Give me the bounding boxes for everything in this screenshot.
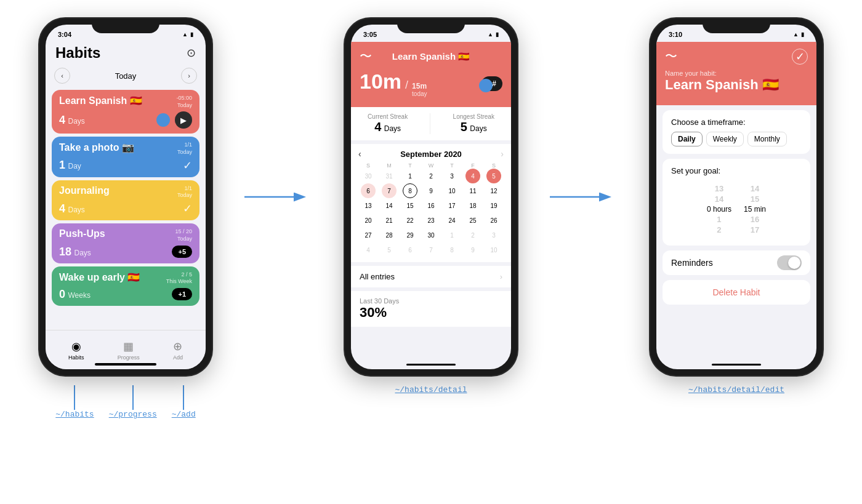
habit-card-top-4: Push-Ups 15 / 20 Today (59, 228, 192, 242)
cal-day[interactable]: 12 (486, 183, 501, 198)
detail-time-row: 10m / 15m today (360, 70, 427, 97)
tab-progress-label: Progress (118, 354, 140, 361)
cal-day-highlight[interactable]: 5 (486, 169, 501, 183)
timeframe-daily[interactable]: Daily (671, 132, 703, 146)
timeframe-monthly[interactable]: Monthly (747, 132, 787, 146)
picker-min-value[interactable]: 15 min (744, 205, 766, 214)
wifi-icon-2: ▲ (488, 31, 493, 38)
cal-prev-icon[interactable]: ‹ (358, 149, 361, 159)
timeframe-weekly[interactable]: Weekly (706, 132, 744, 146)
route-col-add: ~/add (172, 385, 196, 419)
cal-day[interactable]: 9 (424, 183, 438, 198)
habit-card-journaling[interactable]: Journaling 1/1 Today 4 Days ✓ (52, 180, 199, 220)
notch-2 (397, 18, 465, 33)
cal-day-highlight[interactable]: 4 (465, 169, 480, 183)
streak-current-value: 4 (374, 120, 381, 134)
notch-3 (703, 18, 770, 33)
route-col-habits: ~/habits (55, 385, 94, 419)
delete-habit-btn[interactable]: Delete Habit (663, 280, 810, 305)
tab-add-label: Add (173, 354, 183, 361)
reminders-toggle[interactable] (777, 255, 802, 270)
habit-check-3[interactable]: ✓ (183, 202, 192, 215)
cal-week-6: 4 5 6 7 8 9 10 (358, 242, 504, 257)
picker-hours-value[interactable]: 0 hours (707, 205, 731, 214)
phone-1: 3:04 ▲ ▮ Habits ⊙ ‹ Today › (39, 18, 212, 375)
cal-day[interactable]: 10 (445, 183, 459, 198)
last30-section: Last 30 Days 30% (351, 291, 511, 327)
edit-back-icon[interactable]: 〜 (665, 48, 677, 65)
detail-title: Learn Spanish 🇪🇸 (372, 51, 490, 62)
cal-day[interactable]: 6 (361, 183, 376, 198)
habit-bottom-3: 4 Days ✓ (59, 202, 192, 215)
edit-check-icon[interactable]: ✓ (792, 49, 808, 65)
streak-longest-label: Longest Streak (453, 113, 494, 120)
status-icons-1: ▲ ▮ (182, 31, 193, 38)
reminders-row: Reminders (663, 250, 810, 275)
cal-day[interactable]: 3 (445, 169, 459, 183)
habit-plus-5[interactable]: +1 (172, 288, 192, 300)
habit-meta-top-1: -05:00 (176, 95, 192, 102)
habit-card-learn-spanish[interactable]: Learn Spanish 🇪🇸 -05:00 Today 4 Days ▶ (52, 90, 199, 134)
cal-day[interactable]: 30 (361, 169, 376, 183)
cal-day[interactable]: 2 (424, 169, 438, 183)
nav-prev-btn[interactable]: ‹ (54, 68, 70, 84)
habit-count-3: 4 Days (59, 202, 85, 215)
tab-add-icon: ⊕ (173, 340, 182, 353)
habit-arrow-1[interactable]: ▶ (175, 111, 192, 129)
label-group-3: ~/habits/detail/edit (650, 385, 823, 394)
tab-bar-1: ◉ Habits ▦ Progress ⊕ Add (46, 330, 206, 369)
habits-title: Habits (55, 44, 100, 62)
route-lines-1: ~/habits ~/progress ~/add (55, 385, 195, 419)
habit-meta-5: 2 / 5 This Week (166, 271, 192, 286)
habit-card-pushups[interactable]: Push-Ups 15 / 20 Today 18 Days +5 (52, 223, 199, 263)
labels-row: ~/habits ~/progress ~/add ~/habits/detai… (25, 385, 837, 419)
cal-week-5: 27 28 29 30 1 2 3 (358, 228, 504, 242)
all-entries-label: All entries (360, 272, 395, 281)
cal-day[interactable]: 31 (382, 169, 397, 183)
cal-days-header: S M T W T F S (358, 162, 504, 169)
habit-count-5: 0 Weeks (59, 288, 91, 301)
habit-plus-4[interactable]: +5 (172, 246, 192, 258)
timeframe-section: Choose a timeframe: Daily Weekly Monthly (663, 110, 810, 154)
phone-3: 3:10 ▲ ▮ 〜 ✓ Name your habit: Learn Span… (650, 18, 823, 375)
route-line-add (183, 385, 184, 410)
timeframe-label: Choose a timeframe: (671, 118, 802, 127)
status-icons-3: ▲ ▮ (793, 31, 804, 38)
edit-name[interactable]: Learn Spanish 🇪🇸 (665, 77, 808, 93)
cal-week-4: 20 21 22 23 24 25 26 (358, 213, 504, 228)
detail-time-big: 10m (360, 70, 401, 94)
cal-week-3: 13 14 15 16 17 18 19 (358, 198, 504, 213)
arrow-svg-2 (547, 185, 614, 209)
tab-progress[interactable]: ▦ Progress (118, 340, 140, 361)
blue-dot-2 (479, 79, 493, 92)
arrow-1-2 (241, 185, 315, 209)
streak-longest-unit: Days (470, 124, 486, 133)
detail-back-icon[interactable]: 〜 (360, 48, 372, 65)
habit-check-2[interactable]: ✓ (183, 159, 192, 172)
tab-habits[interactable]: ◉ Habits (68, 340, 84, 361)
status-time-2: 3:05 (363, 31, 377, 38)
streak-current-unit: Days (384, 124, 401, 133)
cal-day[interactable]: 1 (403, 169, 417, 183)
route-progress: ~/progress (109, 410, 157, 419)
habit-card-top-5: Wake up early 🇪🇸 2 / 5 This Week (59, 271, 192, 286)
calendar-section: ‹ September 2020 › S M T W T F S 30 (351, 144, 511, 262)
cal-day-today[interactable]: 8 (403, 183, 417, 198)
nav-date: Today (115, 71, 137, 81)
cal-day[interactable]: 11 (465, 183, 480, 198)
tab-add[interactable]: ⊕ Add (173, 340, 183, 361)
route-col-progress: ~/progress (109, 385, 157, 419)
streak-longest: Longest Streak 5 Days (453, 113, 494, 134)
habit-bottom-4: 18 Days +5 (59, 246, 192, 258)
wifi-icon-3: ▲ (793, 31, 799, 38)
tab-progress-icon: ▦ (123, 340, 134, 353)
habit-card-photo[interactable]: Take a photo 📷 1/1 Today 1 Day ✓ (52, 137, 199, 177)
cal-day[interactable]: 7 (382, 183, 397, 198)
settings-icon[interactable]: ⊙ (187, 46, 196, 60)
all-entries-row[interactable]: All entries › (351, 266, 511, 287)
habit-bottom-5: 0 Weeks +1 (59, 288, 192, 301)
habit-card-wakeup[interactable]: Wake up early 🇪🇸 2 / 5 This Week 0 Weeks… (52, 266, 199, 306)
nav-next-btn[interactable]: › (181, 68, 197, 84)
cal-next-icon[interactable]: › (501, 149, 504, 159)
home-indicator-2 (406, 364, 456, 366)
